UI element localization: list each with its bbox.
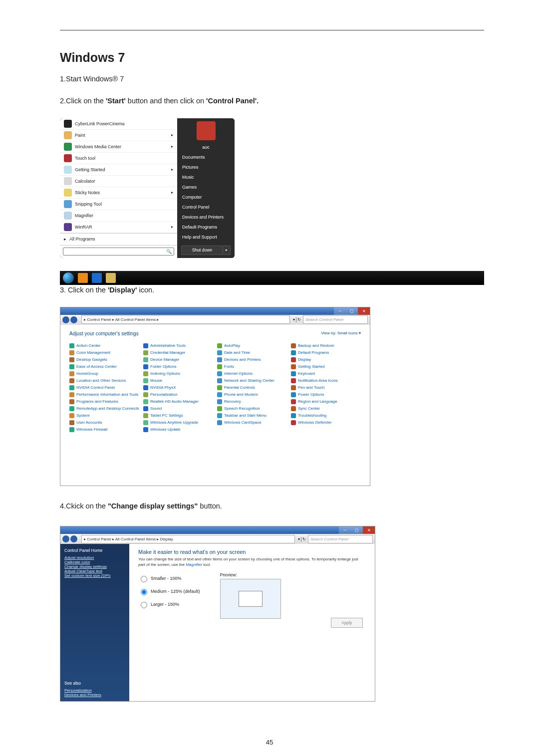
start-program[interactable]: CyberLink PowerCinema	[60, 118, 177, 130]
breadcrumb[interactable]: ▸ Control Panel ▸ All Control Panel Item…	[81, 315, 290, 324]
cp-item[interactable]: Realtek HD Audio Manager	[143, 399, 213, 404]
start-program[interactable]: Magnifier	[60, 210, 177, 222]
sidebar-link[interactable]: Calibrate color	[64, 560, 125, 564]
cp-item[interactable]: Windows Anytime Upgrade	[143, 420, 213, 425]
cp-item[interactable]: Credential Manager	[143, 350, 213, 355]
breadcrumb[interactable]: ▸ Control Panel ▸ All Control Panel Item…	[81, 535, 295, 543]
cp-item[interactable]: NVIDIA Control Panel	[69, 385, 139, 390]
start-right-item[interactable]: Devices and Printers	[177, 212, 235, 222]
start-program[interactable]: Sticky Notes▸	[60, 187, 177, 199]
cp-item[interactable]: Getting Started	[291, 364, 361, 369]
cp-item[interactable]: Troubleshooting	[291, 413, 361, 418]
cp-item[interactable]: Personalization	[143, 392, 213, 397]
start-right-item[interactable]: Pictures	[177, 162, 235, 172]
start-right-item[interactable]: Documents	[177, 152, 235, 162]
search-box[interactable]: Search Control Panel	[308, 535, 373, 543]
cp-item[interactable]: Performance Information and Tools	[69, 392, 139, 397]
cp-item[interactable]: Devices and Printers	[217, 357, 287, 362]
cp-item[interactable]: Display	[291, 357, 361, 362]
start-program[interactable]: Windows Media Center▸	[60, 141, 177, 153]
see-also-link[interactable]: Personalization	[64, 688, 125, 693]
start-search-input[interactable]	[63, 248, 174, 255]
start-program[interactable]: Getting Started▸	[60, 164, 177, 176]
cp-item[interactable]: Tablet PC Settings	[143, 413, 213, 418]
cp-item[interactable]: Parental Controls	[217, 385, 287, 390]
start-orb[interactable]	[63, 272, 74, 283]
start-right-item[interactable]: Music	[177, 172, 235, 182]
cp-item[interactable]: Region and Language	[291, 399, 361, 404]
start-right-item[interactable]: Help and Support	[177, 232, 235, 242]
cp-item[interactable]: Date and Time	[217, 350, 287, 355]
shutdown-button[interactable]: Shut down	[181, 246, 223, 255]
cp-item[interactable]: Fonts	[217, 364, 287, 369]
cp-item[interactable]: Indexing Options	[143, 371, 213, 376]
cp-item[interactable]: Action Center	[69, 343, 139, 348]
start-program[interactable]: Snipping Tool	[60, 199, 177, 210]
start-right-item[interactable]: Default Programs	[177, 222, 235, 232]
close-button[interactable]: ✕	[358, 307, 370, 315]
taskbar-explorer-icon[interactable]	[106, 273, 116, 283]
cp-item[interactable]: Keyboard	[291, 371, 361, 376]
cp-item[interactable]: Sync Center	[291, 406, 361, 411]
cp-item[interactable]: Recovery	[217, 399, 287, 404]
start-right-item[interactable]: Control Panel	[177, 202, 235, 212]
start-right-item[interactable]: Computer	[177, 192, 235, 202]
start-right-item[interactable]: Games	[177, 182, 235, 192]
cp-item[interactable]: Administrative Tools	[143, 343, 213, 348]
start-program[interactable]: WinRAR▸	[60, 222, 177, 233]
cp-item[interactable]: Ease of Access Center	[69, 364, 139, 369]
shutdown-arrow[interactable]: ▸	[223, 246, 231, 255]
maximize-button[interactable]: ▢	[351, 526, 363, 534]
sidebar-link[interactable]: Adjust ClearType text	[64, 569, 125, 573]
start-program[interactable]: Paint▸	[60, 130, 177, 141]
search-box[interactable]: Search Control Panel	[303, 315, 368, 324]
cp-item[interactable]: Phone and Modem	[217, 392, 287, 397]
view-by[interactable]: View by: Small icons ▾	[321, 331, 361, 336]
cp-item[interactable]: Windows Update	[143, 427, 213, 432]
cp-item[interactable]: Windows Defender	[291, 420, 361, 425]
cp-item[interactable]: AutoPlay	[217, 343, 287, 348]
magnifier-link[interactable]: Magnifier	[186, 562, 202, 567]
cp-item[interactable]: Windows CardSpace	[217, 420, 287, 425]
cp-item[interactable]: Desktop Gadgets	[69, 357, 139, 362]
cp-item[interactable]: Internet Options	[217, 371, 287, 376]
start-program[interactable]: Calculator	[60, 176, 177, 187]
cp-home-link[interactable]: Control Panel Home	[64, 548, 125, 553]
sidebar-link[interactable]: Set custom text size (DPI)	[64, 573, 125, 578]
size-radio[interactable]: Larger - 150%	[138, 600, 200, 608]
cp-item[interactable]: Device Manager	[143, 357, 213, 362]
cp-item[interactable]: NVIDIA PhysX	[143, 385, 213, 390]
nav-back[interactable]	[62, 316, 69, 323]
minimize-button[interactable]: ─	[334, 307, 346, 315]
cp-item[interactable]: Taskbar and Start Menu	[217, 413, 287, 418]
cp-item[interactable]: User Accounts	[69, 420, 139, 425]
taskbar-wmp-icon[interactable]	[92, 273, 102, 283]
cp-item[interactable]: Folder Options	[143, 364, 213, 369]
cp-item[interactable]: System	[69, 413, 139, 418]
cp-item[interactable]: Notification Area Icons	[291, 378, 361, 383]
nav-back[interactable]	[62, 535, 69, 542]
cp-item[interactable]: Mouse	[143, 378, 213, 383]
maximize-button[interactable]: ▢	[346, 307, 358, 315]
cp-item[interactable]: HomeGroup	[69, 371, 139, 376]
cp-item[interactable]: RemoteApp and Desktop Connections	[69, 406, 139, 411]
nav-forward[interactable]	[70, 535, 77, 542]
cp-item[interactable]: Location and Other Sensors	[69, 378, 139, 383]
size-radio[interactable]: Smaller - 100%	[138, 574, 200, 582]
nav-forward[interactable]	[70, 316, 77, 323]
cp-item[interactable]: Backup and Restore	[291, 343, 361, 348]
close-button[interactable]: ✕	[363, 526, 375, 534]
sidebar-link[interactable]: Change display settings	[64, 564, 125, 569]
cp-item[interactable]: Programs and Features	[69, 399, 139, 404]
start-program[interactable]: Touch tool	[60, 153, 177, 164]
sidebar-link[interactable]: Adjust resolution	[64, 555, 125, 560]
apply-button[interactable]: Apply	[331, 618, 363, 628]
cp-item[interactable]: Speech Recognition	[217, 406, 287, 411]
cp-item[interactable]: Sound	[143, 406, 213, 411]
minimize-button[interactable]: ─	[339, 526, 351, 534]
taskbar-ie-icon[interactable]	[78, 273, 88, 283]
see-also-link[interactable]: Devices and Printers	[64, 693, 125, 697]
cp-item[interactable]: Power Options	[291, 392, 361, 397]
cp-item[interactable]: Default Programs	[291, 350, 361, 355]
size-radio[interactable]: Medium - 125% (default)	[138, 587, 200, 595]
